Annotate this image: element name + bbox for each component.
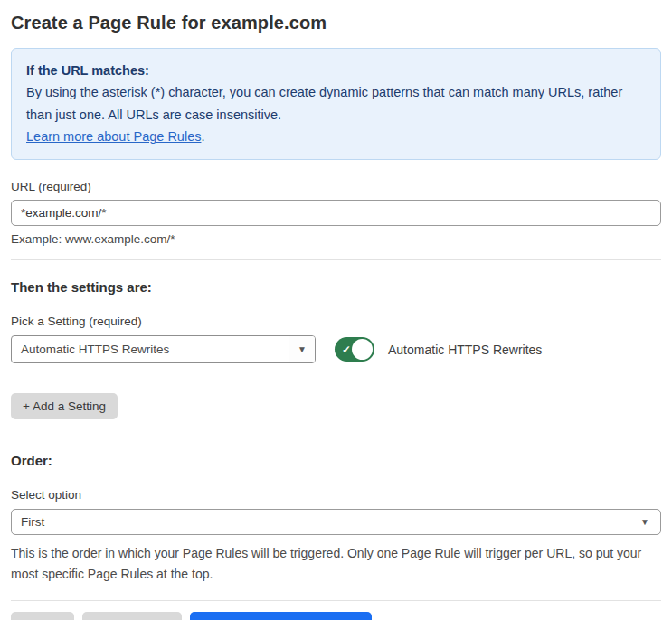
- toggle-label: Automatic HTTPS Rewrites: [388, 343, 542, 357]
- setting-select[interactable]: Automatic HTTPS Rewrites ▼: [11, 335, 316, 363]
- save-and-deploy-button[interactable]: Save and Deploy Page Rule: [190, 612, 373, 620]
- learn-more-link[interactable]: Learn more about Page Rules: [26, 129, 201, 144]
- setting-select-value: Automatic HTTPS Rewrites: [12, 336, 289, 362]
- order-select-label: Select option: [11, 488, 661, 502]
- url-example-helper: Example: www.example.com/*: [11, 232, 661, 246]
- setting-row: Automatic HTTPS Rewrites ▼ ✓ Automatic H…: [11, 335, 661, 363]
- section-divider: [11, 259, 661, 260]
- https-rewrites-toggle[interactable]: ✓: [335, 337, 374, 362]
- save-as-draft-button[interactable]: Save as Draft: [82, 612, 182, 620]
- info-box-body-text: By using the asterisk (*) character, you…: [26, 85, 622, 121]
- page-title: Create a Page Rule for example.com: [11, 13, 661, 33]
- add-setting-button[interactable]: + Add a Setting: [11, 393, 118, 419]
- chevron-down-icon: ▼: [298, 345, 307, 354]
- check-icon: ✓: [342, 344, 351, 355]
- chevron-down-icon: ▼: [640, 518, 649, 527]
- order-helper-text: This is the order in which your Page Rul…: [11, 543, 655, 584]
- setting-select-caret-button[interactable]: ▼: [289, 336, 315, 362]
- page-rule-form: Create a Page Rule for example.com If th…: [0, 0, 672, 620]
- url-field-label: URL (required): [11, 180, 661, 193]
- order-select[interactable]: First ▼: [11, 509, 661, 535]
- settings-section-heading: Then the settings are:: [11, 279, 661, 295]
- footer-divider: [11, 600, 661, 601]
- info-box-heading: If the URL matches:: [26, 60, 646, 81]
- order-section-heading: Order:: [11, 453, 661, 468]
- url-input[interactable]: [11, 200, 661, 226]
- order-select-value: First: [21, 515, 44, 529]
- link-period: .: [201, 129, 204, 144]
- footer-buttons: Cancel Save as Draft Save and Deploy Pag…: [11, 612, 661, 620]
- toggle-knob: [352, 339, 373, 360]
- info-box-body: By using the asterisk (*) character, you…: [26, 81, 646, 147]
- cancel-button[interactable]: Cancel: [11, 612, 74, 620]
- url-match-info-box: If the URL matches: By using the asteris…: [11, 48, 661, 160]
- pick-setting-label: Pick a Setting (required): [11, 315, 661, 328]
